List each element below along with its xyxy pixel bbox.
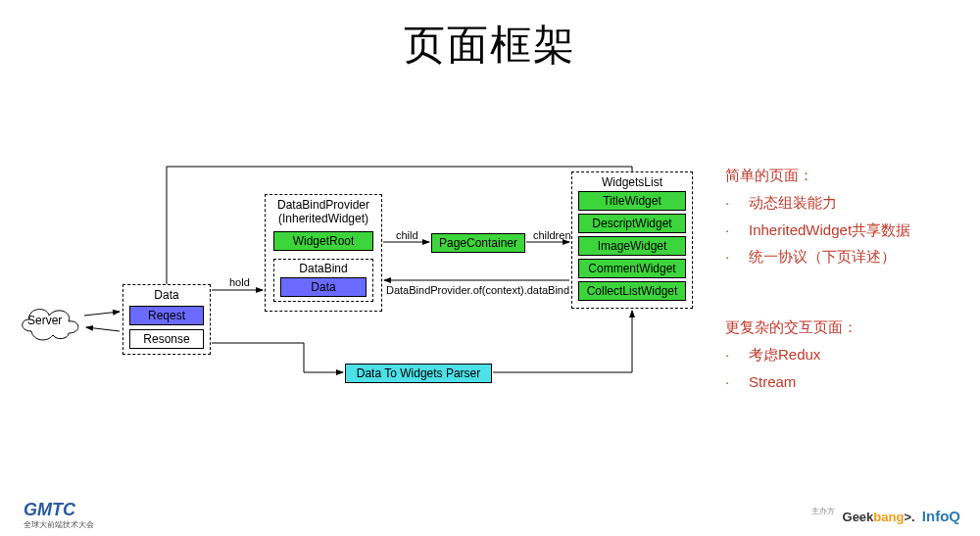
children-label: children <box>533 229 571 241</box>
notes-simple: 简单的页面： ·动态组装能力 ·InheritedWidget共享数据 ·统一协… <box>725 162 910 270</box>
note-item: 考虑Redux <box>749 341 820 368</box>
notes-simple-title: 简单的页面： <box>725 162 910 189</box>
note-item: 统一协议（下页详述） <box>749 243 896 270</box>
databind-box: DataBind Data <box>273 259 373 302</box>
response-box: Resonse <box>129 329 204 349</box>
widget-root-box: WidgetRoot <box>273 231 373 251</box>
databind-of-label: DataBindProvider.of(context).dataBind <box>386 284 569 296</box>
note-item: InheritedWidget共享数据 <box>749 217 910 244</box>
widget-item: CommentWidget <box>578 259 686 278</box>
svg-line-1 <box>86 327 120 331</box>
server-cloud: Server <box>14 298 84 349</box>
widgets-list-box: WidgetsList TitleWidget DescriptWidget I… <box>571 171 693 309</box>
provider-box: DataBindProvider (InheritedWidget) Widge… <box>265 194 382 312</box>
provider-title1: DataBindProvider <box>266 195 381 212</box>
widget-item: CollectListWidget <box>578 281 686 301</box>
note-item: 动态组装能力 <box>749 189 837 217</box>
server-label: Server <box>27 314 62 327</box>
note-item: Stream <box>749 368 796 396</box>
parser-box: Data To Widgets Parser <box>345 364 492 383</box>
notes-complex: 更复杂的交互页面： ·考虑Redux ·Stream <box>725 314 858 395</box>
request-box: Reqest <box>129 306 204 325</box>
databind-data: Data <box>280 277 367 297</box>
infoq-logo: InfoQ <box>922 508 960 524</box>
page-container-box: PageContainer <box>431 233 525 253</box>
footer-gmtc-sub: 全球大前端技术大会 <box>24 519 94 530</box>
footer-host: 主办方 <box>811 506 835 516</box>
footer-gmtc: GMTC <box>24 500 75 520</box>
data-box-title: Data <box>123 285 210 302</box>
svg-line-0 <box>84 312 120 316</box>
widget-item: TitleWidget <box>578 191 686 211</box>
footer-right: Geekbang>. InfoQ <box>843 508 960 524</box>
widgets-list-title: WidgetsList <box>572 172 692 191</box>
hold-label: hold <box>229 276 250 288</box>
geekbang-logo: Geekbang>. <box>843 510 915 524</box>
databind-title: DataBind <box>274 260 372 275</box>
child-label: child <box>396 229 418 241</box>
slide-title: 页面框架 <box>0 18 980 73</box>
data-box: Data Reqest Resonse <box>122 284 211 355</box>
provider-title2: (InheritedWidget) <box>266 212 381 225</box>
notes-complex-title: 更复杂的交互页面： <box>725 314 858 341</box>
widget-item: ImageWidget <box>578 236 686 256</box>
widget-item: DescriptWidget <box>578 214 686 233</box>
